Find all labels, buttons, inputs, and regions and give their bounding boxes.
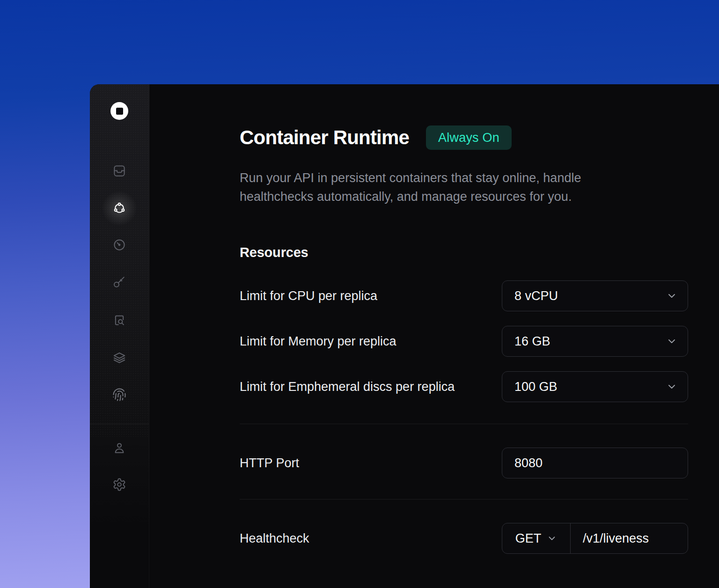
key-icon <box>112 275 126 289</box>
share-nodes-icon <box>112 201 126 215</box>
main-content: Container Runtime Always On Run your API… <box>149 84 719 588</box>
file-search-icon <box>112 313 126 327</box>
healthcheck-row: Healthcheck GET <box>240 523 688 554</box>
section-divider <box>240 499 688 500</box>
http-port-label: HTTP Port <box>240 456 299 470</box>
http-port-row: HTTP Port <box>240 448 688 478</box>
sidebar-item-keys[interactable] <box>107 270 132 294</box>
app-logo[interactable] <box>110 102 128 120</box>
cpu-limit-select[interactable]: 8 vCPU <box>502 280 688 311</box>
healthcheck-label: Healthcheck <box>240 531 309 546</box>
memory-limit-value: 16 GB <box>514 334 550 349</box>
page-header: Container Runtime Always On <box>240 125 688 150</box>
disc-limit-row: Limit for Emphemeral discs per replica 1… <box>240 371 688 402</box>
memory-limit-row: Limit for Memory per replica 16 GB <box>240 326 688 357</box>
sidebar-item-inbox[interactable] <box>107 159 132 183</box>
layers-icon <box>112 350 126 364</box>
inbox-icon <box>112 164 126 178</box>
chevron-down-icon <box>547 533 557 544</box>
chevron-down-icon <box>666 290 677 301</box>
memory-limit-label: Limit for Memory per replica <box>240 334 396 349</box>
app-window: Container Runtime Always On Run your API… <box>90 84 719 588</box>
memory-limit-select[interactable]: 16 GB <box>502 326 688 357</box>
cpu-limit-value: 8 vCPU <box>514 289 558 303</box>
page-title: Container Runtime <box>240 125 409 150</box>
cpu-limit-row: Limit for CPU per replica 8 vCPU <box>240 280 688 311</box>
chevron-down-icon <box>666 381 677 392</box>
sidebar-item-account[interactable] <box>107 436 132 460</box>
disc-limit-label: Limit for Emphemeral discs per replica <box>240 380 455 394</box>
cpu-limit-label: Limit for CPU per replica <box>240 289 377 303</box>
sidebar-item-logs[interactable] <box>107 308 132 332</box>
gear-icon <box>112 478 126 492</box>
sidebar-item-containers[interactable] <box>107 196 132 220</box>
sidebar-item-metrics[interactable] <box>107 233 132 257</box>
gauge-icon <box>112 238 126 252</box>
healthcheck-method-value: GET <box>515 531 542 546</box>
logo-square-icon <box>116 108 123 115</box>
sidebar <box>90 84 149 588</box>
healthcheck-method-select[interactable]: GET <box>502 523 571 553</box>
healthcheck-control: GET <box>502 523 688 554</box>
page-description: Run your API in persistent containers th… <box>240 169 620 206</box>
sidebar-item-stacks[interactable] <box>107 345 132 369</box>
resources-heading: Resources <box>240 245 688 260</box>
disc-limit-select[interactable]: 100 GB <box>502 371 688 402</box>
section-divider <box>240 424 688 424</box>
sidebar-item-identity[interactable] <box>107 382 132 407</box>
status-badge: Always On <box>426 125 512 150</box>
sidebar-divider <box>90 424 149 424</box>
disc-limit-value: 100 GB <box>514 380 558 394</box>
chevron-down-icon <box>666 336 677 347</box>
http-port-input[interactable] <box>502 448 688 478</box>
user-icon <box>112 441 126 455</box>
healthcheck-path-input[interactable] <box>571 523 688 553</box>
fingerprint-icon <box>112 388 126 402</box>
sidebar-item-settings[interactable] <box>107 472 132 497</box>
